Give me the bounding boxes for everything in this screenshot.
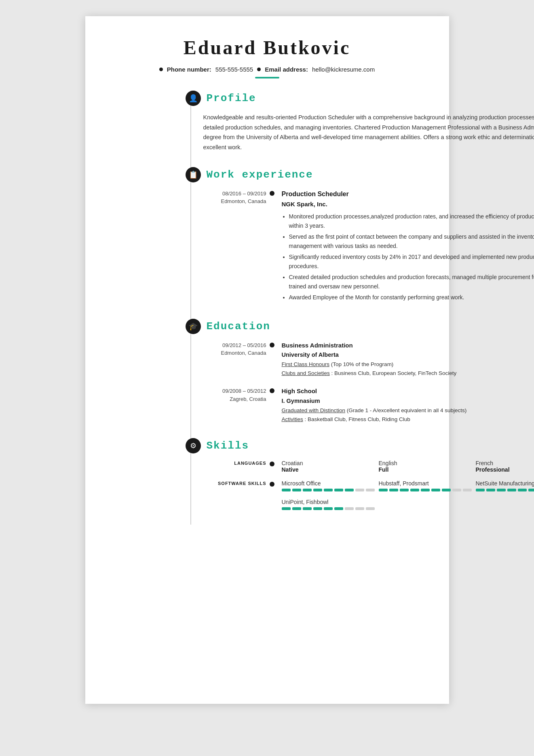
edu-date-text-0: 09/2012 – 05/2016 [203,341,266,349]
skills-title: Skills [207,440,249,452]
sw-0: Microsoft Office [282,480,379,491]
work-header: 📋 Work experience [186,167,534,182]
edu-school-1: I. Gymnasium [282,396,534,406]
job-location-0: Edmonton, Canada [203,197,266,205]
bullet-0-4: Awarded Employee of the Month for consta… [289,293,534,302]
education-section: 🎓 Education 09/2012 – 05/2016 Edmonton, … [203,319,534,424]
edu-location-1: Zagreb, Croatia [203,395,266,403]
lang-1-name: English [379,460,472,466]
bullet-0-2: Significantly reduced inventory costs by… [289,252,534,271]
edu-content-1: High School I. Gymnasium Graduated with … [282,386,534,424]
languages-content: Croatian Native English Full French Prof… [282,460,534,473]
contact-dot-1 [159,68,163,71]
sw-2-bars [476,489,534,491]
edu-content-0: Business Administration University of Al… [282,341,534,378]
work-title: Work experience [207,169,313,181]
edu-detail-text-1-0: (Grade 1 - A/excellent equivalent in all… [347,407,466,413]
edu-detail-0-1: Clubs and Societies : Business Club, Eur… [282,369,534,378]
edu-detail-1-0: Graduated with Distinction (Grade 1 - A/… [282,406,534,415]
phone-label: Phone number: [167,66,211,73]
edu-date-text-1: 09/2008 – 05/2012 [203,387,266,395]
sw2-0-name: UniPoint, Fishbowl [282,499,534,505]
lang-2: French Professional [476,460,534,473]
edu-location-0: Edmonton, Canada [203,349,266,357]
edu-degree-0: Business Administration [282,341,534,351]
languages-row: LANGUAGES Croatian Native English Full [203,460,534,473]
sw2-0: UniPoint, Fishbowl [282,499,534,510]
resume-name: Eduard Butkovic [110,36,425,59]
lang-1: English Full [379,460,476,473]
bullet-0-0: Monitored production processes,analyzed … [289,212,534,231]
edu-degree-1: High School [282,386,534,396]
lang-0-level: Native [282,466,375,473]
bullet-0-3: Created detailed production schedules an… [289,273,534,291]
job-dot-0 [267,189,277,196]
contact-dot-2 [257,68,261,71]
edu-school-0: University of Alberta [282,350,534,360]
lang-2-name: French [476,460,534,466]
software-label-2 [203,499,272,500]
contact-bar: Phone number: 555-555-5555 Email address… [110,66,425,73]
edu-detail-label-0-0: First Class Honours [282,361,330,367]
sw-1-bars [379,489,472,491]
edu-detail-text-0-0: (Top 10% of the Program) [331,361,394,367]
edu-detail-label-0-1: Clubs and Societies [282,370,330,376]
job-date-0: 08/2016 – 09/2019 Edmonton, Canada [203,189,272,205]
edu-dot-1 [267,386,277,393]
job-date-text-0: 08/2016 – 09/2019 [203,190,266,198]
edu-detail-label-1-1: Activities [282,416,303,422]
edu-detail-1-1: Activities : Basketball Club, Fitness Cl… [282,415,534,424]
profile-icon: 👤 [186,91,201,106]
work-experience-section: 📋 Work experience 08/2016 – 09/2019 Edmo… [203,167,534,304]
job-row-0: 08/2016 – 09/2019 Edmonton, Canada Produ… [203,189,534,304]
sw-1-name: Hubstaff, Prodsmart [379,480,472,487]
software-content-1: Microsoft Office [282,480,534,491]
software-row-1: SOFTWARE SKILLS Microsoft Office [203,480,534,491]
job-bullets-0: Monitored production processes,analyzed … [282,212,534,303]
header-divider [255,77,279,78]
software-row-2: UniPoint, Fishbowl [203,499,534,510]
edu-detail-label-1-0: Graduated with Distinction [282,407,346,413]
education-title: Education [207,320,270,332]
profile-section: 👤 Profile Knowledgeable and results-orie… [203,91,534,152]
education-icon: 🎓 [186,319,201,334]
profile-header: 👤 Profile [186,91,534,106]
edu-detail-text-0-1: : Business Club, European Society, FinTe… [331,370,457,376]
software-content-2: UniPoint, Fishbowl [282,499,534,510]
lang-2-level: Professional [476,466,534,473]
skills-header: ⚙ Skills [186,438,534,453]
work-icon: 📋 [186,167,201,182]
main-content: 👤 Profile Knowledgeable and results-orie… [110,91,425,525]
sw-2: NetSuite Manufacturing [476,480,534,491]
software-label: SOFTWARE SKILLS [203,480,272,486]
edu-row-1: 09/2008 – 05/2012 Zagreb, Croatia High S… [203,386,534,424]
edu-dot-0 [267,341,277,347]
skills-icon: ⚙ [186,438,201,453]
lang-0: Croatian Native [282,460,379,473]
email-label: Email address: [265,66,308,73]
email-value: hello@kickresume.com [312,66,375,73]
sw-0-name: Microsoft Office [282,480,375,487]
bullet-0-1: Served as the first point of contact bet… [289,232,534,251]
left-col [110,91,190,525]
software-dot-2 [267,499,277,500]
edu-detail-text-1-1: : Basketball Club, Fitness Club, Riding … [305,416,410,422]
sw-1: Hubstaff, Prodsmart [379,480,476,491]
software-dot-1 [267,480,277,487]
edu-row-0: 09/2012 – 05/2016 Edmonton, Canada Busin… [203,341,534,378]
sw-2-name: NetSuite Manufacturing [476,480,534,487]
skills-section: ⚙ Skills LANGUAGES Croatian Native [203,438,534,510]
phone-value: 555-555-5555 [215,66,253,73]
education-header: 🎓 Education [186,319,534,334]
languages-label: LANGUAGES [203,460,272,466]
profile-text: Knowledgeable and results-oriented Produ… [203,112,534,152]
languages-dot [267,460,277,466]
job-company-0: NGK Spark, Inc. [282,199,534,210]
edu-date-0: 09/2012 – 05/2016 Edmonton, Canada [203,341,272,357]
right-col: 👤 Profile Knowledgeable and results-orie… [190,91,534,525]
profile-title: Profile [207,92,256,104]
sw-0-bars [282,489,375,491]
lang-1-level: Full [379,466,472,473]
job-title-0: Production Scheduler [282,189,534,199]
edu-detail-0-0: First Class Honours (Top 10% of the Prog… [282,360,534,369]
